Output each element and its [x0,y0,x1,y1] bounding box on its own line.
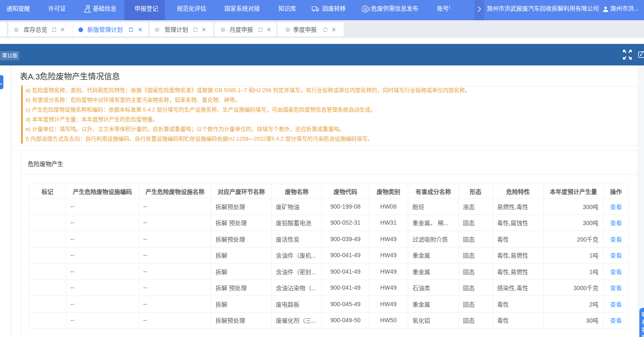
svg-text:企: 企 [363,7,367,11]
